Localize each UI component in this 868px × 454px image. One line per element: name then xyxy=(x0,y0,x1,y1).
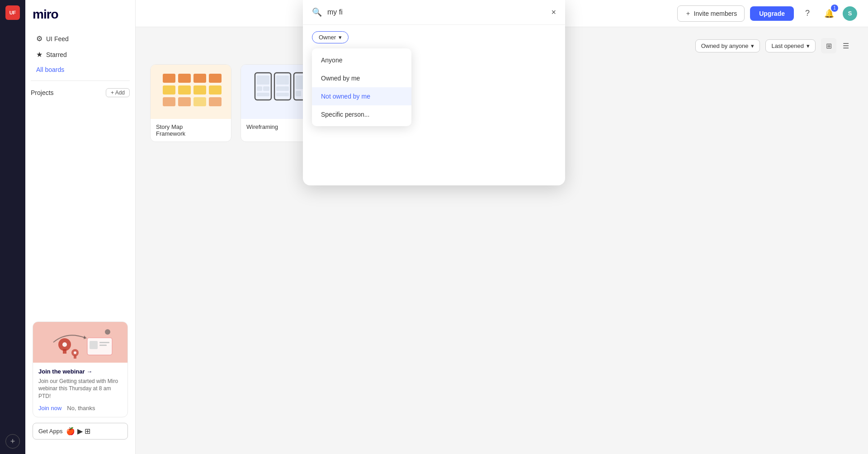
search-bar: 🔍 × xyxy=(303,0,565,25)
dropdown-item-specific-person[interactable]: Specific person... xyxy=(312,105,411,123)
search-overlay[interactable]: 🔍 × Owner ▾ Anyone Owned by me Not owned… xyxy=(0,0,868,454)
dropdown-item-anyone[interactable]: Anyone xyxy=(312,51,411,69)
search-clear-button[interactable]: × xyxy=(551,8,556,17)
search-icon: 🔍 xyxy=(312,7,322,17)
dropdown-item-owned-by-me[interactable]: Owned by me xyxy=(312,69,411,87)
dropdown-item-not-owned-by-me[interactable]: Not owned by me xyxy=(312,87,411,105)
owner-filter-label: Owner xyxy=(319,34,336,41)
search-input[interactable] xyxy=(327,8,546,16)
owner-dropdown-menu: Anyone Owned by me Not owned by me Speci… xyxy=(312,48,411,126)
search-modal: 🔍 × Owner ▾ Anyone Owned by me Not owned… xyxy=(303,0,565,185)
search-filters: Owner ▾ Anyone Owned by me Not owned by … xyxy=(303,25,565,50)
chevron-down-icon: ▾ xyxy=(339,34,342,41)
owner-filter-chip[interactable]: Owner ▾ xyxy=(312,31,349,43)
